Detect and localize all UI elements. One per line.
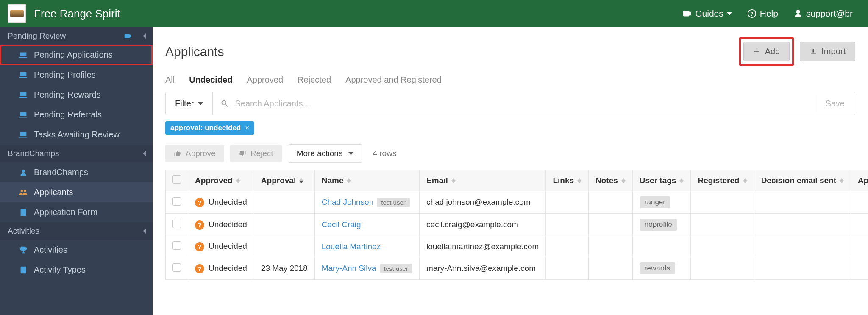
group-label: Pending Review [8,31,66,41]
more-actions-label: More actions [297,149,343,158]
user-tag[interactable]: noprofile [640,219,677,231]
filter-dropdown[interactable]: Filter [166,92,213,115]
sidebar-item-label: Activity Types [34,265,86,275]
approved-value: Undecided [209,220,247,229]
approval-date [254,191,314,214]
column-header-notes[interactable]: Notes [589,170,633,191]
column-header-user-tags[interactable]: User tags [632,170,691,191]
sidebar: Pending ReviewPending ApplicationsPendin… [0,27,153,315]
chevron-left-icon [143,229,146,234]
applicant-email: louella.martinez@example.com [420,236,546,257]
reject-label: Reject [250,149,273,158]
save-filter-button[interactable]: Save [815,92,855,115]
sidebar-item-tasks-awaiting-review[interactable]: Tasks Awaiting Review [0,125,153,145]
sidebar-group-pending-review[interactable]: Pending Review [0,27,153,45]
table-row: ?UndecidedChad Johnsontest userchad.john… [166,191,868,214]
tab-rejected[interactable]: Rejected [298,75,331,85]
column-label: Decision email sent [761,176,836,185]
sort-icon [840,178,844,183]
user-tag[interactable]: ranger [640,196,670,208]
sidebar-item-pending-profiles[interactable]: Pending Profiles [0,65,153,85]
guides-menu[interactable]: Guides [675,8,740,19]
tab-all[interactable]: All [165,75,175,85]
more-actions-dropdown[interactable]: More actions [288,144,363,163]
sort-icon [577,178,581,183]
name-pill: test user [377,198,410,207]
column-header-registered[interactable]: Registered [691,170,754,191]
column-header-links[interactable]: Links [546,170,589,191]
question-icon: ? [195,198,204,207]
column-header-application[interactable]: Application [851,170,868,191]
tags-cell: rewards [632,257,691,280]
links-cell [546,214,589,236]
column-label: Email [426,176,448,185]
approval-date [254,236,314,257]
column-header-approval[interactable]: Approval [254,170,314,191]
applicant-name-link[interactable]: Cecil Craig [322,220,361,229]
approve-button[interactable]: Approve [165,145,224,162]
applicant-name-link[interactable]: Chad Johnson [322,198,374,206]
application-cell [851,236,868,257]
import-label: Import [821,47,846,56]
approve-label: Approve [186,149,216,158]
notes-cell [589,214,633,236]
guides-label: Guides [695,8,723,19]
tab-approved-and-registered[interactable]: Approved and Registered [345,75,442,85]
close-icon[interactable]: × [245,124,249,132]
import-button[interactable]: Import [800,42,855,61]
approved-value: Undecided [209,198,247,206]
name-pill: test user [380,264,413,273]
sidebar-item-label: Activities [34,245,67,255]
sidebar-item-application-form[interactable]: Application Form [0,202,153,222]
reject-button[interactable]: Reject [230,145,282,162]
help-link[interactable]: ? Help [740,8,786,19]
sidebar-item-pending-applications[interactable]: Pending Applications [0,45,153,65]
applicant-name-link[interactable]: Mary-Ann Silva [322,264,376,273]
chevron-left-icon [143,33,146,39]
sidebar-group-brandchamps[interactable]: BrandChamps [0,145,153,162]
tags-cell: ranger [632,191,691,214]
tab-approved[interactable]: Approved [247,75,283,85]
tab-undecided[interactable]: Undecided [189,75,232,85]
user-icon [793,9,803,18]
sidebar-item-activities[interactable]: Activities [0,240,153,260]
svg-line-3 [226,105,228,107]
sidebar-group-activities[interactable]: Activities [0,222,153,240]
column-label: Approval [261,176,296,185]
row-checkbox[interactable] [172,197,181,206]
sort-icon [236,178,240,183]
column-header-name[interactable]: Name [314,170,419,191]
column-header-approved[interactable]: Approved [188,170,254,191]
sidebar-item-label: Pending Profiles [34,70,96,80]
applicant-name-link[interactable]: Louella Martinez [322,242,381,251]
sort-icon [347,178,351,183]
column-header-email[interactable]: Email [420,170,546,191]
select-all-checkbox[interactable] [172,175,181,184]
help-label: Help [760,8,778,19]
sidebar-item-activity-types[interactable]: Activity Types [0,260,153,280]
registered-cell [691,191,754,214]
registered-cell [691,236,754,257]
sidebar-item-applicants[interactable]: Applicants [0,182,153,202]
chevron-left-icon [143,151,146,156]
brand-name: Free Range Spirit [34,7,120,20]
user-menu[interactable]: support@br [786,8,860,19]
decision-cell [754,214,851,236]
search-input[interactable] [235,99,815,109]
row-checkbox[interactable] [172,220,181,228]
sidebar-item-brandchamps[interactable]: BrandChamps [0,162,153,182]
sidebar-item-pending-referrals[interactable]: Pending Referrals [0,105,153,125]
add-button[interactable]: Add [743,42,790,61]
row-checkbox[interactable] [172,263,181,272]
row-checkbox[interactable] [172,241,181,250]
registered-cell [691,257,754,280]
user-tag[interactable]: rewards [640,262,675,274]
brand-logo[interactable] [8,4,26,23]
main-content: Applicants Add Import AllUndecidedApprov… [153,27,868,315]
approval-date: 23 May 2018 [254,257,314,280]
sidebar-item-pending-rewards[interactable]: Pending Rewards [0,85,153,105]
page-title: Applicants [165,45,224,59]
column-header-decision-email-sent[interactable]: Decision email sent [754,170,851,191]
filter-chip[interactable]: approval: undecided × [165,121,254,135]
group-label: BrandChamps [8,149,59,158]
